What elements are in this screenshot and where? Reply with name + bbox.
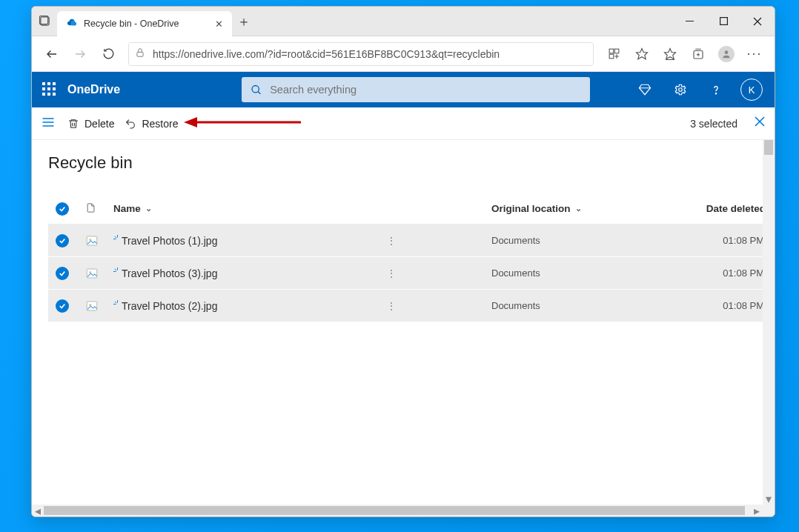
svg-rect-10 [614, 49, 619, 53]
undo-icon [125, 118, 136, 130]
loading-spark-icon [113, 300, 122, 308]
loading-spark-icon [113, 267, 122, 276]
svg-rect-8 [137, 52, 143, 56]
scrollbar-thumb[interactable] [764, 140, 773, 155]
tab-actions-icon[interactable] [32, 7, 57, 36]
new-tab-button[interactable]: ＋ [232, 7, 256, 36]
tab-close-icon[interactable]: ✕ [213, 19, 225, 30]
row-more-icon[interactable]: ⋮ [380, 235, 402, 247]
scroll-right-arrow-icon[interactable]: ▸ [751, 505, 763, 516]
column-location[interactable]: Original location⌄ [491, 203, 640, 214]
window-close-button[interactable] [740, 7, 775, 36]
search-input[interactable] [270, 84, 581, 96]
file-date: 01:08 PM [640, 235, 773, 246]
svg-point-22 [252, 85, 259, 92]
file-type-header-icon[interactable] [85, 202, 113, 216]
image-file-icon [85, 234, 99, 247]
svg-marker-14 [637, 48, 648, 59]
column-name[interactable]: Name⌄ [113, 203, 380, 214]
trash-icon [67, 118, 79, 130]
row-checkbox[interactable] [56, 299, 85, 313]
column-date-deleted[interactable]: Date deleted [640, 203, 773, 214]
search-box[interactable] [242, 77, 590, 102]
file-date: 01:08 PM [640, 300, 773, 311]
svg-rect-3 [720, 18, 727, 25]
restore-label: Restore [142, 118, 178, 130]
browser-window: Recycle bin - OneDrive ✕ ＋ https:/ [31, 6, 775, 517]
scrollbar-thumb[interactable] [44, 506, 745, 515]
row-more-icon[interactable]: ⋮ [380, 267, 402, 279]
file-table: Name⌄ Original location⌄ Date deleted Tr… [48, 193, 775, 322]
selection-count: 3 selected [690, 118, 737, 130]
nav-forward-button[interactable] [67, 41, 93, 67]
favorite-star-icon[interactable] [629, 41, 654, 67]
app-launcher-icon[interactable] [42, 82, 57, 97]
profile-avatar[interactable] [714, 41, 739, 67]
restore-button[interactable]: Restore [125, 118, 178, 130]
favorites-list-icon[interactable] [657, 41, 683, 67]
delete-button[interactable]: Delete [67, 118, 114, 130]
svg-rect-11 [609, 54, 614, 59]
file-name: Travel Photos (3).jpg [122, 267, 217, 279]
nav-refresh-button[interactable] [96, 41, 121, 67]
file-name: Travel Photos (1).jpg [122, 235, 217, 247]
row-more-icon[interactable]: ⋮ [380, 300, 402, 312]
svg-line-46 [115, 268, 116, 270]
svg-point-27 [715, 93, 716, 94]
file-location: Documents [491, 300, 640, 311]
svg-point-21 [725, 50, 729, 54]
command-bar: Delete Restore 3 selected [32, 107, 775, 140]
avatar-initial: K [749, 84, 755, 96]
lock-icon [135, 47, 148, 60]
scrollbar-corner [763, 505, 775, 516]
account-avatar[interactable]: K [739, 79, 764, 101]
file-location: Documents [491, 267, 640, 279]
select-all-checkbox[interactable] [56, 202, 85, 216]
settings-gear-icon[interactable] [668, 83, 693, 96]
window-maximize-button[interactable] [706, 7, 740, 36]
scroll-left-arrow-icon[interactable]: ◂ [32, 505, 44, 516]
file-name: Travel Photos (2).jpg [122, 300, 217, 312]
search-icon [251, 84, 262, 96]
premium-icon[interactable] [632, 83, 657, 96]
svg-line-51 [115, 301, 116, 302]
browser-tab[interactable]: Recycle bin - OneDrive ✕ [57, 11, 232, 36]
row-checkbox[interactable] [56, 234, 85, 247]
image-file-icon [85, 267, 99, 280]
svg-marker-34 [184, 117, 197, 127]
table-row[interactable]: Travel Photos (2).jpg ⋮ Documents 01:08 … [48, 290, 775, 322]
svg-line-23 [258, 91, 260, 93]
nav-back-button[interactable] [39, 41, 64, 67]
svg-rect-42 [87, 269, 97, 278]
table-row[interactable]: Travel Photos (1).jpg ⋮ Documents 01:08 … [48, 225, 775, 257]
svg-marker-24 [640, 84, 651, 95]
horizontal-scrollbar[interactable]: ◂ ▸ [32, 505, 763, 516]
scroll-down-arrow-icon[interactable]: ▾ [763, 493, 775, 505]
nav-hamburger-icon[interactable] [41, 115, 57, 132]
table-row[interactable]: Travel Photos (3).jpg ⋮ Documents 01:08 … [48, 257, 775, 290]
settings-menu-button[interactable]: ··· [742, 41, 767, 67]
chevron-down-icon: ⌄ [145, 204, 152, 213]
file-location: Documents [491, 235, 640, 246]
help-icon[interactable] [703, 83, 729, 96]
file-date: 01:08 PM [640, 267, 773, 279]
collections-icon[interactable] [686, 41, 711, 67]
address-bar: https://onedrive.live.com/?id=root&cid=5… [32, 36, 775, 72]
svg-rect-37 [87, 236, 97, 245]
clear-selection-icon[interactable] [754, 116, 766, 131]
url-text: https://onedrive.live.com/?id=root&cid=5… [153, 48, 587, 60]
delete-label: Delete [84, 118, 114, 130]
chevron-down-icon: ⌄ [575, 204, 582, 213]
svg-line-41 [115, 236, 116, 237]
svg-rect-9 [609, 49, 614, 53]
tab-title: Recycle bin - OneDrive [84, 19, 207, 29]
url-input[interactable]: https://onedrive.live.com/?id=root&cid=5… [128, 42, 594, 66]
window-minimize-button[interactable] [672, 7, 706, 36]
extensions-icon[interactable] [601, 41, 626, 67]
brand-label[interactable]: OneDrive [67, 83, 120, 96]
onedrive-header: OneDrive K [32, 72, 775, 107]
row-checkbox[interactable] [56, 267, 85, 280]
arrow-annotation-icon [184, 115, 302, 130]
vertical-scrollbar[interactable]: ▾ [763, 140, 775, 505]
titlebar: Recycle bin - OneDrive ✕ ＋ [32, 7, 775, 36]
